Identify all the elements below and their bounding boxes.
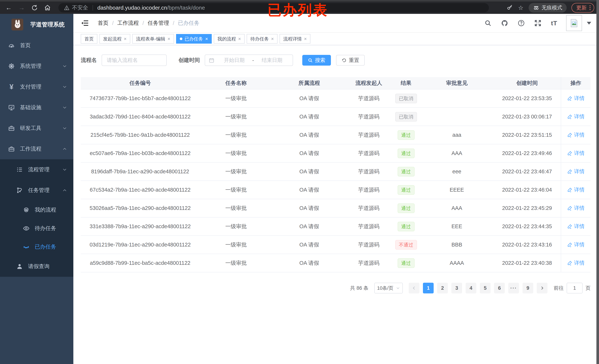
pagination-total: 共 86 条 bbox=[350, 285, 368, 291]
bookmark-star-icon[interactable]: ☆ bbox=[518, 4, 523, 11]
url-path: /bpm/task/done bbox=[167, 5, 205, 11]
operation-cell: 详情 bbox=[561, 107, 590, 126]
breadcrumb-任务管理[interactable]: 任务管理 bbox=[148, 19, 169, 27]
detail-link[interactable]: 详情 bbox=[567, 95, 585, 102]
detail-link[interactable]: 详情 bbox=[567, 241, 585, 248]
sidebar-item-研发工具[interactable]: 研发工具 bbox=[0, 118, 73, 139]
password-key-icon[interactable] bbox=[507, 5, 513, 11]
operation-cell: 详情 bbox=[561, 126, 590, 144]
sidebar-item-系统管理[interactable]: 系统管理 bbox=[0, 56, 73, 77]
browser-home-icon[interactable] bbox=[43, 3, 52, 12]
tab-发起流程[interactable]: 发起流程× bbox=[99, 34, 130, 44]
browser-toolbar: ← → 不安全 dashboard.yudao.iocoder.cn/bpm/t… bbox=[0, 0, 599, 14]
url-bar[interactable]: 不安全 dashboard.yudao.iocoder.cn/bpm/task/… bbox=[58, 3, 489, 12]
eye-open-icon bbox=[23, 225, 30, 232]
detail-link[interactable]: 详情 bbox=[567, 204, 585, 212]
operation-cell: 详情 bbox=[561, 144, 590, 162]
sidebar-item-待办任务[interactable]: 待办任务 bbox=[0, 219, 73, 238]
logo-row[interactable]: 芋道管理系统 bbox=[0, 14, 73, 35]
page-button-2[interactable]: 2 bbox=[437, 283, 448, 293]
search-icon[interactable] bbox=[484, 20, 492, 27]
jump-page-input[interactable] bbox=[567, 283, 582, 293]
sidebar-item-label: 流程管理 bbox=[28, 166, 50, 173]
tab-我的流程[interactable]: 我的流程× bbox=[214, 34, 245, 44]
not-secure-icon bbox=[64, 5, 70, 10]
search-button[interactable]: 搜索 bbox=[302, 55, 331, 66]
done-task-table: 任务编号任务名称所属流程流程发起人结果审批意见创建时间操作 74736737-7… bbox=[81, 77, 590, 272]
tab-流程表单-编辑[interactable]: 流程表单-编辑× bbox=[132, 34, 174, 44]
font-size-icon[interactable]: tT bbox=[551, 20, 557, 27]
breadcrumb-首页[interactable]: 首页 bbox=[98, 19, 108, 27]
tab-close-icon[interactable]: × bbox=[271, 36, 274, 41]
sidebar-item-支付管理[interactable]: ¥支付管理 bbox=[0, 77, 73, 97]
detail-link[interactable]: 详情 bbox=[567, 113, 585, 120]
chrome-update-button[interactable]: 更新 bbox=[572, 3, 594, 13]
approve-opinion bbox=[420, 89, 493, 107]
app-title: 芋道管理系统 bbox=[30, 21, 65, 28]
operation-cell: 详情 bbox=[561, 217, 590, 236]
task-name: 一级审批 bbox=[200, 162, 273, 181]
detail-link[interactable]: 详情 bbox=[567, 131, 585, 138]
detail-link[interactable]: 详情 bbox=[567, 186, 585, 193]
tab-label: 流程表单-编辑 bbox=[136, 36, 165, 42]
detail-link[interactable]: 详情 bbox=[567, 150, 585, 157]
page-button-3[interactable]: 3 bbox=[451, 283, 462, 293]
avatar-caret-icon[interactable] bbox=[587, 22, 591, 25]
operation-cell: 详情 bbox=[561, 199, 590, 217]
detail-link[interactable]: 详情 bbox=[567, 168, 585, 175]
task-name: 一级审批 bbox=[200, 199, 273, 217]
tab-close-icon[interactable]: × bbox=[304, 36, 307, 41]
process-starter: 芋道源码 bbox=[346, 254, 392, 272]
sidebar-item-工作流程[interactable]: 工作流程 bbox=[0, 139, 73, 159]
breadcrumb-工作流程[interactable]: 工作流程 bbox=[117, 19, 139, 27]
sidebar-item-已办任务[interactable]: 已办任务 bbox=[0, 238, 73, 256]
select-caret-icon bbox=[396, 286, 400, 290]
tab-首页[interactable]: 首页 bbox=[81, 34, 97, 44]
window-scrollbar-strip[interactable] bbox=[596, 0, 599, 364]
breadcrumb-separator: / bbox=[173, 20, 174, 26]
page-button-9[interactable]: 9 bbox=[522, 283, 533, 293]
tab-已办任务[interactable]: 已办任务× bbox=[176, 34, 212, 44]
browser-menu-icon[interactable] bbox=[590, 5, 590, 10]
tab-close-icon[interactable]: × bbox=[124, 36, 127, 41]
detail-link[interactable]: 详情 bbox=[567, 223, 585, 230]
table-row: a59c9d88-7b99-11ec-ba5c-acde48001122一级审批… bbox=[81, 254, 590, 272]
sidebar-collapse-icon[interactable] bbox=[81, 19, 89, 27]
tab-close-icon[interactable]: × bbox=[205, 36, 208, 41]
jump-suffix: 页 bbox=[586, 285, 590, 291]
prev-page-button[interactable] bbox=[409, 283, 419, 293]
approve-opinion: AAA bbox=[420, 144, 493, 162]
page-button-5[interactable]: 5 bbox=[480, 283, 491, 293]
avatar[interactable] bbox=[566, 15, 582, 31]
fullscreen-icon[interactable] bbox=[534, 20, 541, 27]
sidebar-item-请假查询[interactable]: 请假查询 bbox=[0, 256, 73, 277]
sidebar-item-基础设施[interactable]: 基础设施 bbox=[0, 97, 73, 118]
sidebar-item-我的流程[interactable]: 我的流程 bbox=[0, 201, 73, 219]
reset-button[interactable]: 重置 bbox=[336, 55, 365, 66]
sidebar-item-首页[interactable]: 首页 bbox=[0, 35, 73, 56]
tab-close-icon[interactable]: × bbox=[167, 36, 170, 41]
browser-reload-icon[interactable] bbox=[30, 3, 39, 12]
tags-view: 首页发起流程×流程表单-编辑×已办任务×我的流程×待办任务×流程详情× bbox=[73, 32, 599, 45]
sidebar-item-流程管理[interactable]: 流程管理 bbox=[0, 159, 73, 180]
sidebar-item-任务管理[interactable]: 任务管理 bbox=[0, 180, 73, 201]
detail-link[interactable]: 详情 bbox=[567, 259, 585, 266]
browser-forward-icon[interactable]: → bbox=[17, 3, 26, 12]
table-row: 331e3388-7b9a-11ec-a290-acde48001122一级审批… bbox=[81, 217, 590, 236]
browser-back-icon[interactable]: ← bbox=[4, 3, 13, 12]
date-range-picker[interactable]: 开始日期 - 结束日期 bbox=[205, 54, 293, 66]
page-more-button[interactable]: ··· bbox=[508, 283, 519, 293]
help-icon[interactable] bbox=[518, 20, 525, 27]
github-icon[interactable] bbox=[501, 20, 508, 27]
edit-pen-icon bbox=[567, 260, 573, 266]
breadcrumb-separator: / bbox=[142, 20, 144, 26]
page-button-4[interactable]: 4 bbox=[466, 283, 476, 293]
next-page-button[interactable] bbox=[537, 283, 547, 293]
page-button-6[interactable]: 6 bbox=[494, 283, 505, 293]
tab-流程详情[interactable]: 流程详情× bbox=[280, 34, 310, 44]
page-size-select[interactable]: 10条/页 bbox=[374, 283, 403, 293]
page-button-1[interactable]: 1 bbox=[423, 283, 434, 293]
tab-待办任务[interactable]: 待办任务× bbox=[247, 34, 278, 44]
process-name-input[interactable] bbox=[102, 54, 167, 66]
tab-close-icon[interactable]: × bbox=[238, 36, 241, 41]
